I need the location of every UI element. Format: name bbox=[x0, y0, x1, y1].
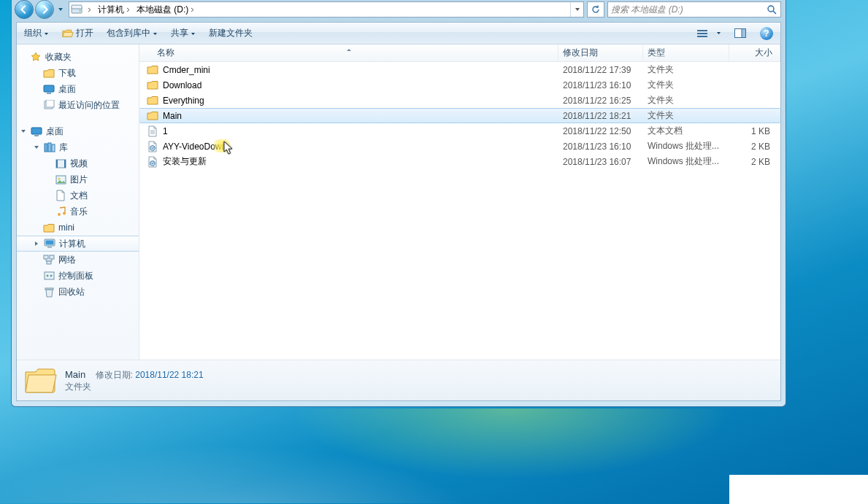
file-date: 2018/11/23 16:07 bbox=[558, 157, 643, 167]
svg-rect-32 bbox=[45, 272, 54, 279]
nav-desktop-root[interactable]: 桌面 bbox=[17, 123, 139, 139]
music-icon bbox=[55, 206, 66, 217]
file-name: Download bbox=[163, 80, 201, 90]
folder-icon bbox=[147, 95, 158, 106]
nav-computer[interactable]: 计算机 bbox=[17, 236, 139, 252]
recent-icon bbox=[43, 99, 55, 111]
svg-point-23 bbox=[58, 177, 60, 179]
expand-icon[interactable] bbox=[33, 241, 40, 247]
file-type: 文本文档 bbox=[643, 125, 729, 137]
svg-rect-30 bbox=[50, 255, 54, 259]
column-size[interactable]: 大小 bbox=[729, 44, 780, 61]
svg-rect-18 bbox=[52, 144, 55, 152]
file-name: 安装与更新 bbox=[163, 155, 207, 168]
search-field[interactable]: 搜索 本地磁盘 (D:) bbox=[607, 1, 781, 18]
file-type: 文件夹 bbox=[643, 94, 729, 106]
nav-desktop[interactable]: 桌面 bbox=[17, 81, 139, 97]
open-button[interactable]: 打开 bbox=[59, 26, 96, 41]
file-row[interactable]: AYY-VideoDown2018/11/23 16:10Windows 批处理… bbox=[139, 139, 780, 154]
column-type[interactable]: 类型 bbox=[643, 44, 729, 61]
svg-point-24 bbox=[58, 213, 61, 216]
svg-rect-10 bbox=[44, 85, 54, 92]
svg-rect-27 bbox=[46, 241, 54, 245]
file-size: 1 KB bbox=[729, 126, 780, 136]
svg-point-3 bbox=[768, 6, 774, 12]
file-date: 2018/11/22 18:21 bbox=[558, 111, 643, 121]
include-in-library-menu[interactable]: 包含到库中 bbox=[104, 26, 161, 41]
svg-line-4 bbox=[773, 11, 776, 14]
preview-pane-button[interactable] bbox=[731, 26, 750, 42]
breadcrumb-seg-1[interactable]: 本地磁盘 (D:) bbox=[134, 2, 198, 17]
file-name: AYY-VideoDown bbox=[163, 141, 226, 152]
file-row[interactable]: 安装与更新2018/11/23 16:07Windows 批处理...2 KB bbox=[139, 154, 780, 169]
svg-rect-28 bbox=[47, 247, 52, 248]
svg-rect-15 bbox=[34, 135, 39, 136]
recycle-bin-icon bbox=[43, 286, 55, 298]
nav-favorites[interactable]: 收藏夹 bbox=[17, 49, 139, 65]
drive-icon bbox=[69, 4, 84, 15]
breadcrumb-root-chevron[interactable] bbox=[84, 2, 95, 17]
folder-icon bbox=[43, 222, 55, 233]
svg-rect-11 bbox=[47, 93, 51, 94]
help-icon: ? bbox=[760, 27, 773, 40]
file-name: Main bbox=[163, 111, 182, 121]
breadcrumb-seg-0-label: 计算机 bbox=[98, 4, 124, 16]
file-row[interactable]: Download2018/11/23 16:10文件夹 bbox=[139, 77, 780, 93]
nav-recycle-bin[interactable]: 回收站 bbox=[17, 284, 139, 300]
breadcrumb-seg-0[interactable]: 计算机 bbox=[95, 2, 134, 17]
collapse-icon[interactable] bbox=[33, 144, 40, 150]
sort-ascending-icon bbox=[346, 44, 352, 54]
column-name[interactable]: 名称 bbox=[139, 44, 558, 61]
search-placeholder: 搜索 本地磁盘 (D:) bbox=[608, 4, 763, 16]
nav-forward-button[interactable] bbox=[35, 0, 54, 19]
nav-documents[interactable]: 文档 bbox=[17, 187, 139, 203]
star-icon bbox=[30, 51, 42, 63]
refresh-button[interactable] bbox=[587, 1, 604, 18]
desktop-icon bbox=[31, 125, 42, 137]
svg-rect-16 bbox=[45, 144, 47, 152]
file-date: 2018/11/23 16:10 bbox=[558, 141, 643, 152]
collapse-icon[interactable] bbox=[20, 128, 27, 134]
nav-mini[interactable]: mini bbox=[17, 220, 139, 236]
file-date: 2018/11/22 17:39 bbox=[558, 65, 643, 75]
file-row[interactable]: 12018/11/22 12:50文本文档1 KB bbox=[139, 123, 780, 139]
details-pane: Main 修改日期: 2018/11/22 18:21 文件夹 bbox=[17, 360, 780, 400]
bat-icon bbox=[147, 141, 158, 152]
folder-icon bbox=[147, 110, 158, 122]
nav-history-dropdown[interactable] bbox=[55, 7, 66, 12]
chevron-down-icon bbox=[153, 28, 158, 39]
file-size: 2 KB bbox=[729, 157, 780, 167]
file-list-area: 名称 修改日期 类型 大小 Cmder_mini2018/11/22 17:39… bbox=[139, 44, 780, 360]
file-name: 1 bbox=[163, 126, 168, 136]
svg-rect-13 bbox=[46, 100, 54, 107]
file-row[interactable]: Main2018/11/22 18:21文件夹 bbox=[139, 108, 780, 123]
file-row[interactable]: Cmder_mini2018/11/22 17:39文件夹 bbox=[139, 62, 780, 77]
svg-rect-29 bbox=[44, 255, 48, 259]
nav-network[interactable]: 网络 bbox=[17, 252, 139, 268]
svg-rect-20 bbox=[56, 160, 58, 168]
nav-music[interactable]: 音乐 bbox=[17, 203, 139, 220]
view-options-button[interactable] bbox=[694, 26, 723, 42]
help-button[interactable]: ? bbox=[757, 26, 776, 42]
nav-downloads[interactable]: 下载 bbox=[17, 65, 139, 81]
column-headers: 名称 修改日期 类型 大小 bbox=[139, 44, 780, 62]
nav-control-panel[interactable]: 控制面板 bbox=[17, 268, 139, 284]
breadcrumb-field[interactable]: 计算机 本地磁盘 (D:) bbox=[69, 1, 584, 18]
libraries-icon bbox=[44, 141, 55, 153]
folder-icon bbox=[43, 67, 55, 79]
text-icon bbox=[147, 125, 158, 137]
svg-rect-5 bbox=[697, 30, 707, 31]
nav-libraries[interactable]: 库 bbox=[17, 139, 139, 155]
new-folder-button[interactable]: 新建文件夹 bbox=[206, 26, 256, 41]
column-date[interactable]: 修改日期 bbox=[558, 44, 643, 61]
svg-rect-7 bbox=[697, 36, 707, 37]
nav-recent[interactable]: 最近访问的位置 bbox=[17, 97, 139, 113]
file-row[interactable]: Everything2018/11/22 16:25文件夹 bbox=[139, 93, 780, 108]
breadcrumb-dropdown[interactable] bbox=[570, 2, 583, 17]
nav-back-button[interactable] bbox=[15, 0, 34, 19]
share-menu[interactable]: 共享 bbox=[168, 26, 199, 41]
folder-icon bbox=[147, 64, 158, 76]
nav-pictures[interactable]: 图片 bbox=[17, 171, 139, 187]
organize-menu[interactable]: 组织 bbox=[21, 26, 52, 41]
nav-videos[interactable]: 视频 bbox=[17, 155, 139, 171]
